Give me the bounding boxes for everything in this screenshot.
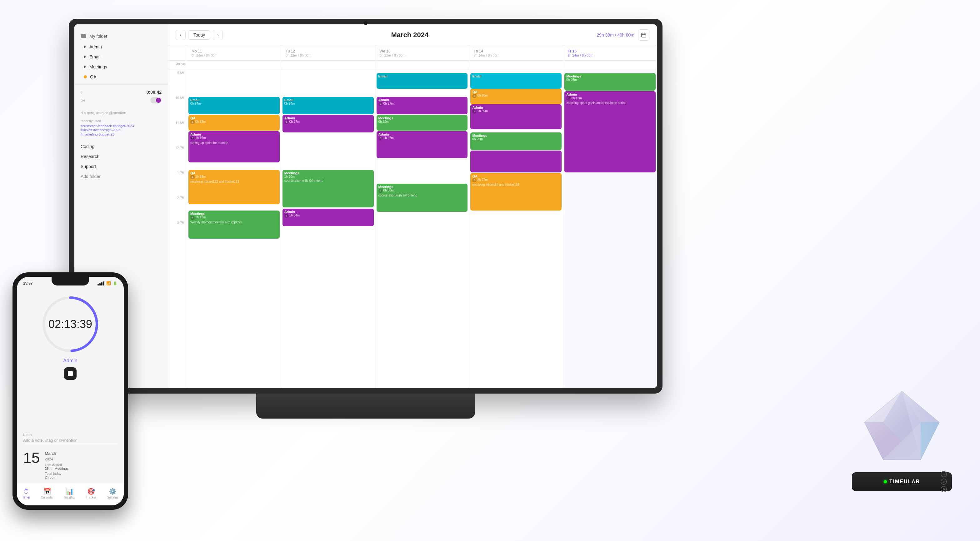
device-btn-2[interactable]: ○ [940,479,947,485]
tracker-icon: 🎯 [87,488,95,495]
event-email-mon-10[interactable]: Email 0h 24m [188,97,280,114]
timer-circle: 02:13:39 [39,293,102,355]
phone-status-icons: 📶 🔋 [97,281,118,286]
event-meetings-tue[interactable]: Meetings 1h 20m coordination with @front… [283,170,374,208]
laptop: My folder Admin Email Meetings [69,19,662,419]
day-name: Fr 15 [568,49,652,53]
event-meetings-wed[interactable]: Meetings 0h 22m [377,115,468,130]
nav-tracker[interactable]: 🎯 Tracker [82,486,100,500]
all-day-cell-thu [469,60,563,70]
sidebar-item-support[interactable]: Support [75,162,168,171]
nav-insights[interactable]: 📊 Insights [60,486,79,500]
timer-stop-button[interactable] [64,367,76,380]
all-day-label: All day [168,60,187,70]
event-meetings-mon[interactable]: Meetings S1h 12m Weekly momee meeting wi… [188,211,280,239]
sidebar-item-email[interactable]: Email [75,52,168,62]
tag-2[interactable]: #kickoff #webdesign-2023 [81,128,120,132]
event-qa-mon-12[interactable]: QA S1h 56m resolving #ticket132 and #tic… [188,170,280,204]
calendar-icon: 📅 [43,488,51,495]
calendar-main: ‹ Today › March 2024 29h 39m / 40h 00m [168,24,657,388]
event-admin-mon[interactable]: Admin S1h 15m setting up sprint for mome… [188,131,280,162]
toggle-switch[interactable] [150,97,162,103]
sidebar-item-admin[interactable]: Admin [75,42,168,52]
sidebar-item-label: Email [89,54,100,59]
phone-date-number: 15 [23,451,40,465]
today-button[interactable]: Today [188,30,210,40]
tag-3[interactable]: #marketing-bugdet-23 [81,132,115,136]
nav-prev-button[interactable]: ‹ [176,30,186,40]
event-admin-tue-1[interactable]: Admin S1h 34m [283,209,374,226]
event-admin-wed[interactable]: Admin S0h 27m [377,97,468,114]
time-slot [187,70,281,95]
device-btn-3[interactable]: ⊖ [940,486,947,492]
phone-date-details: March 2024 Last Added 25m - Meetings Tot… [45,451,68,479]
event-qa-mon[interactable]: QA S0h 26m [188,115,280,130]
day-col-fri: Meetings 0h 25m Admin ⋯2h 13m checking s… [563,70,657,388]
nav-timer[interactable]: ⏱ Timer [18,487,34,500]
recently-used-label: recently used [81,119,162,123]
device-btn-1[interactable]: ○ [940,471,947,477]
all-day-cell-tue [281,60,375,70]
sidebar-item-research[interactable]: Research [75,151,168,162]
year-label: 2024 [45,457,53,461]
sidebar-item-qa[interactable]: QA [75,72,168,82]
phone-date-section: 15 March 2024 Last Added 25m - Meetings … [17,447,124,483]
battery-icon: 🔋 [113,281,118,286]
calendar-label: Calendar [41,496,54,499]
time-label-11am: 11 AM [168,120,187,145]
notes-input[interactable]: Add a note, #tag or @mention [23,437,118,444]
timer-time: 02:13:39 [48,318,92,331]
event-admin-thu-12[interactable] [470,151,562,173]
nav-settings[interactable]: ⚙️ Settings [103,486,122,500]
week-grid: Mo 11 6h 24m / 8h 00m Tu 12 8h 12m / 8h … [168,46,657,388]
time-label-12pm: 12 PM [168,145,187,170]
sidebar-item-label: QA [90,75,96,79]
timeular-device: TIMEULAR ○ ○ ⊖ [849,385,955,503]
folder-label: My folder [89,34,108,39]
plain-items: Coding Research Support [75,141,168,171]
event-meetings-wed-1[interactable]: Meetings S0h 56m coordination with @fron… [377,184,468,212]
diamond-shape [858,385,946,472]
event-email-wed[interactable]: Email [377,73,468,89]
day-header-fri: Fr 15 2h 24m / 8h 00m [563,46,657,60]
calendar-header: ‹ Today › March 2024 29h 39m / 40h 00m [168,24,657,46]
time-summary: 29h 39m / 40h 00m [597,32,635,38]
nav-next-button[interactable]: › [213,30,223,40]
event-qa-thu-1[interactable]: QA S2h 27m resolving #ticket34 and #tick… [470,173,562,211]
event-email-tue[interactable]: Email 0h 24m [283,97,374,114]
note-placeholder: d a note, #tag or @mention [81,111,126,115]
event-admin-tue[interactable]: Admin S0h 27m [283,115,374,132]
event-meetings-fri[interactable]: Meetings 0h 25m [565,73,655,90]
note-input-area[interactable]: d a note, #tag or @mention [75,108,168,118]
event-admin-wed-11[interactable]: Admin S1h 47m [377,131,468,158]
day-col-wed: Email Admin S0h 27m Admin [375,70,469,388]
phone-notch [52,277,89,286]
event-qa-thu[interactable]: QA S0h 26m [470,89,562,104]
timer-activity: Admin [63,358,77,363]
phone-notes-section: Notes Add a note, #tag or @mention [17,433,124,447]
notes-placeholder: Add a note, #tag or @mention [23,438,78,443]
day-hours: 6h 24m / 8h 00m [192,53,277,57]
tag-1[interactable]: #customer-feedback #budget-2023 [81,124,134,128]
event-meetings-thu[interactable]: Meetings 0h 25m [470,132,562,150]
day-name: Tu 12 [286,49,371,53]
nav-calendar[interactable]: 📅 Calendar [37,486,57,500]
timer-section: e 0:00:42 ble [75,84,168,108]
sidebar-item-meetings[interactable]: Meetings [75,62,168,72]
event-admin-thu[interactable]: Admin S1h 39m [470,104,562,129]
arrow-icon [84,45,86,48]
settings-label: Settings [107,496,118,499]
timer-label: e [81,90,83,94]
phone-screen: 15:37 📶 🔋 [17,277,124,505]
sidebar-item-coding[interactable]: Coding [75,141,168,151]
phone-total-today: Total today 2h 38m [45,472,68,479]
time-label-3pm: 3 PM [168,220,187,245]
event-admin-fri[interactable]: Admin ⋯2h 13m checking sprint goals and … [565,91,655,173]
add-folder-button[interactable]: Add folder [75,171,168,181]
event-email-thu[interactable]: Email [470,73,562,89]
laptop-body: My folder Admin Email Meetings [69,19,662,393]
sidebar-item-label: Meetings [89,64,107,69]
calendar-view-button[interactable] [638,29,649,41]
time-label-10am: 10 AM [168,95,187,120]
sidebar-item-label: Admin [89,44,102,49]
